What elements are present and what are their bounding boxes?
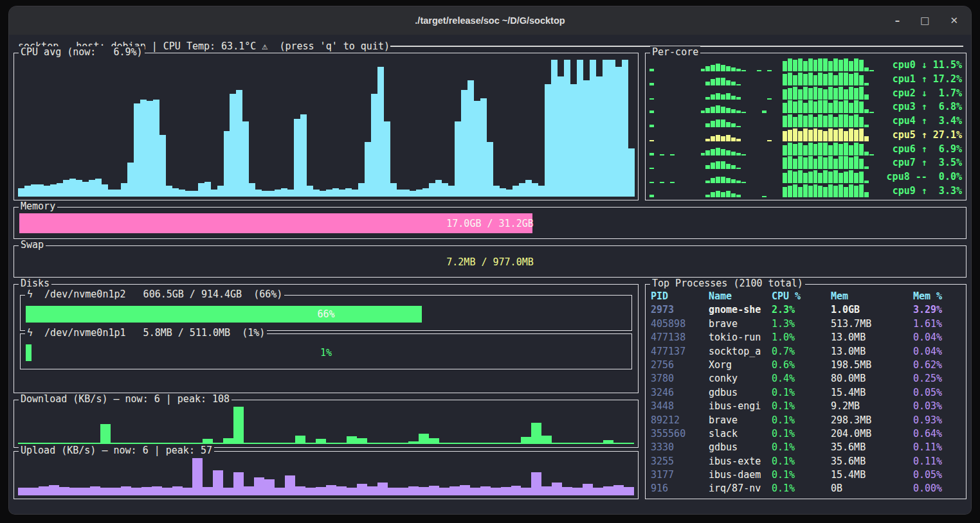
chart-bar: [552, 443, 562, 444]
spark-bar: [833, 88, 838, 100]
spark-bar: [864, 94, 869, 100]
process-cell: 1.0GB: [831, 303, 913, 317]
spark-bar: [726, 191, 730, 197]
spark-bar: [783, 187, 787, 197]
process-cell: 0.25%: [913, 372, 963, 386]
process-cell: 80.0MB: [831, 372, 913, 386]
close-icon[interactable]: ✕: [950, 16, 958, 26]
chart-bar: [108, 190, 114, 197]
process-row[interactable]: 3255ibus-exte0.1%35.6MB0.11%: [651, 455, 963, 468]
chart-bar: [347, 436, 357, 444]
chart-bar: [198, 183, 204, 197]
chart-bar: [39, 443, 49, 444]
spark-bar: [711, 192, 715, 197]
spark-bar: [793, 87, 797, 100]
chart-bar: [95, 179, 102, 197]
maximize-icon[interactable]: □: [920, 16, 929, 26]
chart-bar: [59, 487, 69, 495]
chart-bar: [480, 486, 491, 495]
spark-bar: [736, 195, 741, 197]
process-table-header: PID Name CPU % Mem Mem %: [651, 290, 963, 303]
spark-bar: [808, 156, 813, 169]
chart-bar: [24, 186, 31, 197]
spark-bar: [818, 88, 822, 100]
process-row[interactable]: 355560slack0.1%204.0MB0.64%: [651, 427, 963, 441]
spark-bar: [788, 186, 792, 197]
core-label: cpu6 ↑ 6.9%: [880, 143, 962, 155]
spark-bar: [798, 131, 803, 141]
spark-bar: [808, 172, 813, 183]
core-sparkline: [649, 170, 880, 183]
chart-bar: [541, 486, 552, 495]
chart-bar: [590, 60, 596, 197]
spark-bar: [808, 73, 813, 85]
process-row[interactable]: 477138tokio-run1.0%13.0MB0.04%: [651, 331, 963, 344]
chart-bar: [461, 90, 467, 197]
disk-nvme0n1p1: ϟ /dev/nvme0n1p1 5.8MB / 511.0MB (1%) 1%: [20, 333, 632, 369]
chart-bar: [268, 191, 275, 197]
chart-bar: [172, 188, 179, 197]
spark-bar: [736, 111, 741, 113]
chart-bar: [593, 488, 603, 495]
minimize-icon[interactable]: –: [895, 16, 900, 26]
chart-bar: [455, 121, 461, 197]
spark-bar: [798, 89, 803, 100]
process-row[interactable]: 3448ibus-engi0.1%9.2MB0.03%: [651, 400, 963, 413]
spark-bar: [783, 103, 787, 113]
spark-bar: [711, 94, 715, 100]
spark-bar: [839, 184, 843, 197]
chart-bar: [615, 67, 622, 197]
core-row: cpu6 ↑ 6.9%: [649, 143, 962, 155]
chart-bar: [562, 487, 572, 495]
spark-bar: [854, 88, 858, 100]
process-cell: 13.0MB: [831, 345, 913, 359]
process-cell: Xorg: [709, 359, 772, 372]
chart-bar: [141, 443, 152, 444]
spark-bar: [823, 131, 828, 141]
spark-bar: [788, 88, 792, 100]
chart-bar: [377, 483, 388, 495]
spark-bar: [711, 121, 715, 127]
process-row[interactable]: 3330gdbus0.1%35.6MB0.11%: [651, 441, 963, 454]
process-row[interactable]: 2973gnome-she2.3%1.0GB3.29%: [651, 303, 963, 317]
process-row[interactable]: 405898brave1.3%513.7MB1.61%: [651, 317, 963, 331]
spark-bar: [788, 156, 792, 169]
spark-bar: [808, 88, 813, 100]
chart-bar: [147, 101, 153, 197]
col-name: Name: [709, 290, 772, 303]
process-row[interactable]: 477137socktop_a0.7%13.0MB0.04%: [651, 345, 963, 359]
spark-bar: [701, 69, 705, 71]
chart-bar: [570, 84, 577, 197]
spark-bar: [869, 70, 874, 71]
process-cell: 0.00%: [913, 482, 963, 495]
spark-bar: [818, 143, 822, 155]
chart-bar: [531, 472, 541, 495]
chart-bar: [264, 479, 275, 495]
chart-bar: [285, 443, 295, 444]
chart-bar: [419, 434, 429, 444]
chart-bar: [18, 443, 28, 444]
core-sparkline: [649, 114, 880, 127]
chart-bar: [183, 443, 193, 444]
process-row[interactable]: 3780conky0.4%80.0MB0.25%: [651, 372, 963, 386]
process-row[interactable]: 916irq/87-nv0.1%0B0.00%: [651, 482, 963, 495]
process-row[interactable]: 2756Xorg0.6%198.5MB0.62%: [651, 359, 963, 372]
spark-bar: [813, 102, 818, 113]
spark-bar: [818, 186, 822, 197]
spark-bar: [803, 173, 808, 183]
process-row[interactable]: 89212brave0.1%298.3MB0.93%: [651, 414, 963, 427]
chart-bar: [203, 487, 213, 495]
process-row[interactable]: 3177ibus-daem0.1%15.4MB0.05%: [651, 468, 963, 482]
spark-bar: [839, 156, 843, 169]
chart-bar: [162, 443, 172, 444]
spark-bar: [849, 184, 853, 197]
cpu-avg-panel-title: CPU avg (now: 6.9%): [19, 46, 145, 58]
chart-bar: [320, 191, 326, 197]
process-row[interactable]: 3246gdbus0.1%15.4MB0.05%: [651, 386, 963, 400]
spark-bar: [649, 111, 654, 113]
chart-bar: [287, 190, 294, 197]
process-cell: 1.61%: [913, 317, 963, 331]
spark-bar: [793, 159, 797, 169]
spark-bar: [721, 149, 725, 155]
window-titlebar[interactable]: ./target/release/soc ~/D/G/socktop – □ ✕: [9, 6, 971, 35]
